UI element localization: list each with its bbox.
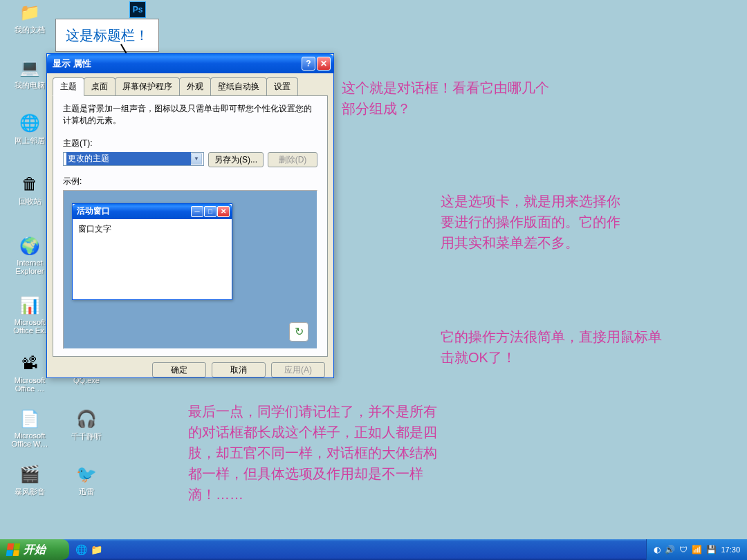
app-icon: 🐦 <box>75 463 98 485</box>
help-button[interactable]: ? <box>302 57 315 71</box>
desktop-icon-7[interactable]: 📄Microsoft Office W… <box>6 408 54 448</box>
app-icon: 🎬 <box>19 463 41 485</box>
photoshop-icon[interactable]: Ps <box>129 1 146 18</box>
tray-icon-3[interactable]: 🛡 <box>679 545 688 554</box>
saveas-button[interactable]: 另存为(S)... <box>208 152 264 167</box>
chevron-down-icon: ▼ <box>191 153 202 165</box>
desktop-icon-8[interactable]: 🎬暴风影音 <box>6 463 54 497</box>
theme-dropdown[interactable]: 更改的主题 ▼ <box>63 152 204 166</box>
app-icon: 🗑 <box>19 173 41 195</box>
start-button[interactable]: 开始 <box>0 539 69 560</box>
systray: ◐ 🔊 🛡 📶 💾 17:30 <box>646 539 747 560</box>
preview-titlebar: 活动窗口 ─ □ ✕ <box>73 204 232 219</box>
app-icon: 📽 <box>19 353 41 375</box>
maximize-icon: □ <box>204 206 216 217</box>
tab-desktop[interactable]: 桌面 <box>84 77 116 95</box>
windows-logo-icon <box>6 543 21 556</box>
cancel-button[interactable]: 取消 <box>212 362 266 377</box>
tab-settings[interactable]: 设置 <box>266 77 298 95</box>
apply-button[interactable]: 应用(A) <box>271 362 325 377</box>
taskbar: 开始 🌐 📁 ◐ 🔊 🛡 📶 💾 17:30 <box>0 539 747 560</box>
preview-area: 活动窗口 ─ □ ✕ 窗口文字 ↻ <box>63 190 317 349</box>
app-icon: 🌍 <box>19 235 41 257</box>
preview-active-window: 活动窗口 ─ □ ✕ 窗口文字 <box>72 203 232 300</box>
close-icon: ✕ <box>217 206 230 217</box>
desktop-icon-11[interactable]: 🐦迅雷 <box>62 463 111 497</box>
icon-label: Microsoft Office … <box>6 376 54 393</box>
tray-icon-1[interactable]: ◐ <box>654 545 661 554</box>
desktop-icon-0[interactable]: 📁我的文档 <box>6 1 54 35</box>
preview-window-title: 活动窗口 <box>77 205 190 217</box>
sample-label: 示例: <box>63 176 317 187</box>
delete-button[interactable]: 删除(D) <box>268 152 317 167</box>
icon-label: 我的电脑 <box>15 80 45 91</box>
ie-icon[interactable]: 🌐 <box>75 543 87 556</box>
start-label: 开始 <box>24 543 46 557</box>
folder-icon[interactable]: 📁 <box>90 543 102 556</box>
display-properties-dialog: 显示 属性 ? ✕ 主题 桌面 屏幕保护程序 外观 壁纸自动换 设置 主题是背景… <box>46 53 334 378</box>
theme-label: 主题(T): <box>63 138 317 149</box>
tray-icon-5[interactable]: 💾 <box>706 545 717 554</box>
quicklaunch: 🌐 📁 <box>69 539 108 560</box>
theme-selected-value: 更改的主题 <box>66 152 191 165</box>
icon-label: 我的文档 <box>15 25 45 35</box>
app-icon: 💻 <box>19 57 41 79</box>
annotation-titlebar: 这是标题栏！ <box>55 19 159 52</box>
icon-label: 千千静听 <box>71 431 102 442</box>
tab-theme[interactable]: 主题 <box>53 77 84 96</box>
tray-icon-2[interactable]: 🔊 <box>665 545 675 554</box>
close-button[interactable]: ✕ <box>317 57 331 71</box>
icon-label: 暴风影音 <box>15 487 45 497</box>
icon-label: 回收站 <box>19 196 42 207</box>
clock[interactable]: 17:30 <box>721 545 740 554</box>
tab-wallpaper[interactable]: 壁纸自动换 <box>210 77 267 95</box>
minimize-icon: ─ <box>191 206 203 217</box>
annotation-final: 最后一点，同学们请记住了，并不是所有的对话框都长成这个样子，正如人都是四肢，却五… <box>188 401 444 505</box>
annotation-tabs: 这是选项卡，就是用来选择你要进行的操作版面的。它的作用其实和菜单差不多。 <box>441 191 620 253</box>
annotation-operation: 它的操作方法很简单，直接用鼠标单击就OK了！ <box>441 326 662 368</box>
app-icon: 📁 <box>19 1 41 24</box>
icon-label: 迅雷 <box>79 487 94 497</box>
icon-label: 网上邻居 <box>15 136 45 146</box>
tray-icon-4[interactable]: 📶 <box>692 545 702 554</box>
dialog-title: 显示 属性 <box>53 57 300 70</box>
app-icon: 📊 <box>19 295 41 317</box>
tab-content: 主题是背景加一组声音，图标以及只需单击即可帮您个性化设置您的计算机的元素。 主题… <box>53 95 328 357</box>
tab-appearance[interactable]: 外观 <box>179 77 211 95</box>
dialog-tabs: 主题 桌面 屏幕保护程序 外观 壁纸自动换 设置 <box>53 77 328 95</box>
ok-button[interactable]: 确定 <box>152 362 206 377</box>
refresh-icon[interactable]: ↻ <box>289 322 308 342</box>
app-icon: 📄 <box>19 408 41 430</box>
theme-description: 主题是背景加一组声音，图标以及只需单击即可帮您个性化设置您的计算机的元素。 <box>63 103 317 127</box>
app-icon: 🎧 <box>75 408 98 430</box>
app-icon: 🌐 <box>19 112 41 134</box>
preview-window-text: 窗口文字 <box>73 219 232 239</box>
desktop-icon-10[interactable]: 🎧千千静听 <box>62 408 111 442</box>
dialog-titlebar[interactable]: 显示 属性 ? ✕ <box>47 54 333 73</box>
tab-screensaver[interactable]: 屏幕保护程序 <box>115 77 180 95</box>
annotation-dialog: 这个就是对话框！看看它由哪几个部分组成？ <box>342 77 549 119</box>
icon-label: Microsoft Office W… <box>6 431 54 448</box>
